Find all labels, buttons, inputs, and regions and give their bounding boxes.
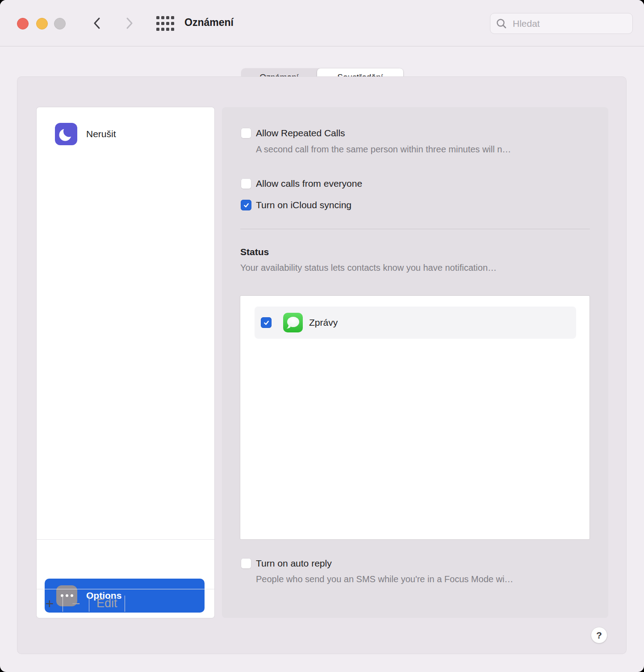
allow-calls-everyone-label: Allow calls from everyone xyxy=(256,178,362,189)
allow-repeated-calls-label: Allow Repeated Calls xyxy=(256,128,345,139)
section-divider xyxy=(240,229,590,229)
messages-icon xyxy=(283,313,303,332)
close-window-button[interactable] xyxy=(17,18,29,29)
sidebar-toolbar: + − Edit xyxy=(37,589,214,618)
sidebar-item-label: Nerušit xyxy=(86,129,116,139)
chevron-right-icon xyxy=(125,17,134,30)
status-apps-list: Zprávy xyxy=(240,296,590,539)
status-section-description: Your availability status lets contacts k… xyxy=(240,263,497,273)
app-name: Zprávy xyxy=(309,317,338,328)
minimize-window-button[interactable] xyxy=(36,18,48,29)
page-title: Oznámení xyxy=(184,17,234,29)
system-preferences-window: Oznámení Oznámení Soustředění xyxy=(0,0,644,672)
show-all-grid-icon[interactable] xyxy=(156,16,174,31)
toolbar-separator xyxy=(125,596,125,612)
allow-repeated-calls-description: A second call from the same person withi… xyxy=(256,144,511,155)
titlebar: Oznámení xyxy=(0,0,644,46)
content-container: Nerušit Options + − Edit xyxy=(17,76,627,654)
auto-reply-label: Turn on auto reply xyxy=(256,558,332,569)
zoom-window-button[interactable] xyxy=(54,18,66,29)
remove-focus-button[interactable]: − xyxy=(70,596,82,611)
forward-button[interactable] xyxy=(120,13,139,33)
toolbar-separator xyxy=(63,596,63,612)
auto-reply-description: People who send you an SMS while you're … xyxy=(256,574,513,584)
screen: Oznámení Oznámení Soustředění xyxy=(0,0,644,672)
search-field[interactable] xyxy=(490,13,633,34)
sidebar-divider xyxy=(37,539,214,540)
focus-sidebar: Nerušit Options + − Edit xyxy=(37,107,214,618)
chevron-left-icon xyxy=(92,17,102,30)
checkmark-icon xyxy=(263,319,270,326)
checkmark-icon xyxy=(243,202,250,209)
toolbar-separator xyxy=(89,596,89,612)
auto-reply-checkbox[interactable] xyxy=(241,558,251,569)
focus-options-panel: Allow Repeated Calls A second call from … xyxy=(222,107,608,618)
allow-calls-everyone-checkbox[interactable] xyxy=(241,178,251,189)
help-button[interactable]: ? xyxy=(591,627,607,643)
allow-repeated-calls-checkbox[interactable] xyxy=(241,128,251,139)
search-input[interactable] xyxy=(512,18,627,29)
edit-button[interactable]: Edit xyxy=(96,597,117,609)
app-row-messages[interactable]: Zprávy xyxy=(255,307,576,339)
moon-icon xyxy=(55,123,77,145)
back-button[interactable] xyxy=(87,13,107,33)
add-focus-button[interactable]: + xyxy=(44,596,55,611)
status-section-title: Status xyxy=(240,247,269,257)
sidebar-item-do-not-disturb[interactable]: Nerušit xyxy=(37,116,214,152)
messages-status-checkbox[interactable] xyxy=(261,317,272,328)
icloud-syncing-label: Turn on iCloud syncing xyxy=(256,200,351,210)
icloud-syncing-checkbox[interactable] xyxy=(241,200,251,210)
search-icon xyxy=(496,18,507,29)
